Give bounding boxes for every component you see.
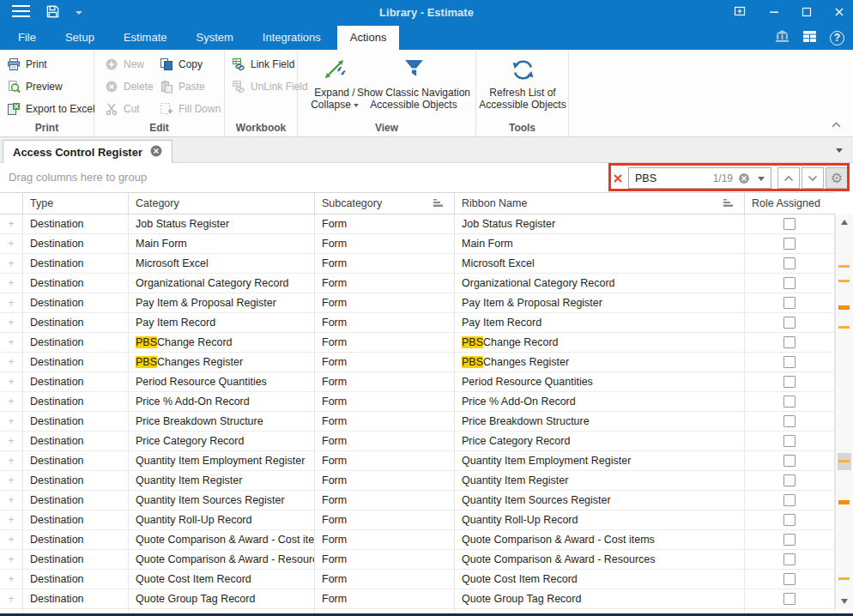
minimize-icon[interactable] (769, 5, 779, 21)
role-assigned-checkbox[interactable] (783, 553, 796, 565)
column-header-subcategory[interactable]: Subcategory (315, 193, 455, 214)
row-expand-button[interactable]: + (0, 412, 23, 431)
table-row[interactable]: +DestinationPBS Changes RegisterFormPBS … (0, 353, 835, 372)
print-button[interactable]: Print (3, 55, 51, 74)
workbook-grid-icon[interactable] (802, 29, 817, 47)
find-next-button[interactable] (802, 167, 824, 189)
table-row[interactable]: +DestinationQuantity Item Employment Reg… (0, 451, 835, 471)
search-hit-marker[interactable] (838, 326, 850, 329)
fill-down-button[interactable]: Fill Down (156, 100, 224, 118)
maximize-icon[interactable] (802, 5, 812, 21)
table-row[interactable]: +DestinationQuote Group Tag RecordFormQu… (0, 589, 835, 609)
role-assigned-checkbox[interactable] (783, 396, 796, 408)
copy-button[interactable]: Copy (156, 55, 206, 74)
row-expand-button[interactable]: + (0, 550, 23, 569)
role-assigned-checkbox[interactable] (783, 494, 796, 506)
ribbon-tab-estimate[interactable]: Estimate (111, 26, 180, 50)
table-row[interactable]: +DestinationPrice % Add-On RecordFormPri… (0, 392, 835, 412)
row-expand-button[interactable]: + (0, 234, 23, 253)
role-assigned-checkbox[interactable] (783, 455, 796, 467)
quick-access-dropdown-caret-icon[interactable] (76, 11, 82, 15)
close-find-icon[interactable] (608, 173, 628, 184)
row-expand-button[interactable]: + (0, 491, 23, 510)
column-header-category[interactable]: Category (129, 193, 315, 214)
role-assigned-checkbox[interactable] (783, 573, 796, 585)
link-field-button[interactable]: Link Field (228, 55, 298, 74)
delete-button[interactable]: Delete (101, 77, 157, 96)
ribbon-tab-integrations[interactable]: Integrations (250, 26, 334, 50)
role-assigned-checkbox[interactable] (783, 356, 796, 368)
row-expand-button[interactable]: + (0, 510, 23, 529)
role-assigned-checkbox[interactable] (783, 534, 796, 546)
search-hit-marker[interactable] (838, 577, 850, 580)
close-icon[interactable] (834, 5, 844, 21)
row-expand-button[interactable]: + (0, 293, 23, 312)
table-row[interactable]: +DestinationQuote Comparison & Award - R… (0, 550, 835, 570)
export-to-excel-button[interactable]: Export to Excel (3, 100, 99, 118)
ribbon-tab-file[interactable]: File (5, 26, 49, 50)
search-hit-marker[interactable] (838, 265, 850, 268)
role-assigned-checkbox[interactable] (783, 415, 796, 427)
role-assigned-checkbox[interactable] (783, 218, 796, 230)
column-header-type[interactable]: Type (23, 193, 129, 214)
row-expand-button[interactable]: + (0, 392, 23, 411)
scroll-down-icon[interactable] (841, 599, 848, 604)
table-row[interactable]: +DestinationOrganizational Category Reco… (0, 274, 835, 293)
row-expand-button[interactable]: + (0, 570, 23, 589)
row-expand-button[interactable]: + (0, 313, 23, 332)
row-expand-button[interactable]: + (0, 214, 23, 233)
row-expand-button[interactable]: + (0, 372, 23, 391)
tab-list-dropdown-icon[interactable] (836, 148, 843, 153)
collapse-ribbon-icon[interactable] (832, 116, 841, 131)
document-tab-access-control-register[interactable]: Access Control Register (3, 140, 172, 164)
row-expand-button[interactable]: + (0, 530, 23, 549)
company-icon[interactable] (775, 29, 789, 47)
role-assigned-checkbox[interactable] (783, 593, 796, 605)
help-icon[interactable]: ? (830, 31, 844, 45)
preview-button[interactable]: Preview (3, 77, 66, 96)
ribbon-tab-setup[interactable]: Setup (52, 26, 107, 50)
scroll-up-icon[interactable] (841, 220, 848, 225)
refresh-accessible-objects-button[interactable]: Refresh List of Accessible Objects (478, 52, 567, 111)
row-expand-button[interactable]: + (0, 432, 23, 450)
paste-button[interactable]: Paste (156, 77, 209, 96)
search-hit-marker[interactable] (838, 305, 850, 310)
search-hit-marker[interactable] (838, 280, 850, 282)
hamburger-icon[interactable] (12, 5, 30, 21)
row-expand-button[interactable]: + (0, 274, 23, 293)
caret-down-icon[interactable] (758, 177, 765, 181)
row-expand-button[interactable]: + (0, 254, 23, 273)
row-expand-button[interactable]: + (0, 353, 23, 371)
save-icon[interactable] (45, 4, 60, 22)
tab-close-icon[interactable] (150, 145, 162, 160)
role-assigned-checkbox[interactable] (783, 297, 796, 309)
role-assigned-checkbox[interactable] (783, 435, 796, 447)
row-expand-button[interactable]: + (0, 333, 23, 352)
new-button[interactable]: New (101, 55, 148, 74)
row-expand-button[interactable]: + (0, 589, 23, 608)
column-header-role-assigned[interactable]: Role Assigned (745, 193, 835, 214)
table-row[interactable]: +DestinationQuote Comparison & Award - C… (0, 530, 835, 550)
table-row[interactable]: +DestinationPrice Category RecordFormPri… (0, 432, 835, 451)
role-assigned-checkbox[interactable] (783, 474, 796, 486)
table-row[interactable]: +DestinationPeriod Resource QuantitiesFo… (0, 372, 835, 392)
search-hit-marker[interactable] (838, 500, 850, 504)
role-assigned-checkbox[interactable] (783, 257, 796, 269)
table-row[interactable]: +DestinationQuantity Roll-Up RecordFormQ… (0, 510, 835, 530)
ribbon-tab-system[interactable]: System (184, 26, 246, 50)
role-assigned-checkbox[interactable] (783, 238, 796, 250)
table-row[interactable]: +DestinationJob Status RegisterFormJob S… (0, 214, 835, 234)
gear-icon[interactable]: ⚙ (826, 167, 848, 189)
table-row[interactable]: +DestinationPrice Breakdown StructureFor… (0, 412, 835, 432)
cut-button[interactable]: Cut (101, 100, 143, 118)
role-assigned-checkbox[interactable] (783, 514, 796, 526)
column-header-ribbon-name[interactable]: Ribbon Name (455, 193, 745, 214)
role-assigned-checkbox[interactable] (783, 277, 796, 289)
table-row[interactable]: +DestinationPay Item RecordFormPay Item … (0, 313, 835, 333)
table-row[interactable]: +DestinationQuantity Item RegisterFormQu… (0, 471, 835, 491)
new-window-icon[interactable] (733, 4, 747, 21)
show-classic-navigation-button[interactable]: Show Classic Navigation Accessible Objec… (353, 52, 475, 111)
row-expand-button[interactable]: + (0, 451, 23, 470)
row-expand-button[interactable]: + (0, 471, 23, 490)
table-row[interactable]: +DestinationMicrosoft ExcelFormMicrosoft… (0, 254, 835, 274)
